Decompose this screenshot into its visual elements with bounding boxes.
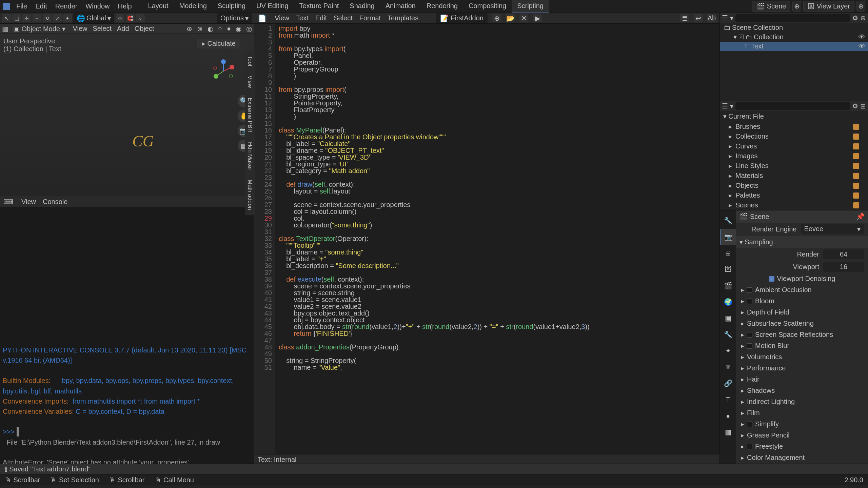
- prop-section-bloom[interactable]: ▸ Bloom: [736, 296, 868, 307]
- prop-section-subsurface-scattering[interactable]: ▸ Subsurface Scattering: [736, 318, 868, 329]
- prop-section-shadows[interactable]: ▸ Shadows: [736, 385, 868, 396]
- orientation-dropdown[interactable]: 🌐 Global ▾: [73, 13, 114, 23]
- prop-section-indirect-lighting[interactable]: ▸ Indirect Lighting: [736, 396, 868, 407]
- solid-shading-icon[interactable]: ●: [227, 25, 231, 33]
- code-content[interactable]: import bpyfrom math import * from bpy.ty…: [275, 24, 719, 454]
- data-cat-palettes[interactable]: ▸ Palettes: [720, 190, 868, 200]
- viewlayer-tab-icon[interactable]: 🖼: [720, 261, 736, 278]
- sampling-header[interactable]: ▾ Sampling: [736, 236, 868, 248]
- properties-breadcrumb[interactable]: 🎬 Scene 📌: [736, 210, 868, 223]
- viewport-3d[interactable]: User Perspective (1) Collection | Text ▸…: [0, 34, 254, 196]
- denoising-checkbox[interactable]: ✓: [769, 276, 774, 282]
- render-tab-icon[interactable]: 📷: [720, 229, 736, 245]
- options-icon[interactable]: ⊞: [860, 102, 866, 110]
- data-cat-curves[interactable]: ▸ Curves: [720, 141, 868, 151]
- select-tool-icon[interactable]: ⬚: [12, 14, 21, 22]
- pivot-icon[interactable]: ⊙: [116, 14, 124, 22]
- eye-icon[interactable]: 👁: [859, 42, 865, 50]
- object-tab-icon[interactable]: ▣: [720, 310, 736, 326]
- world-tab-icon[interactable]: 🌍: [720, 294, 736, 310]
- text-unlink-icon[interactable]: ✕: [519, 14, 528, 22]
- npanel-tab-math-addon[interactable]: Math addon: [245, 175, 255, 215]
- npanel-tab-extreme-pbr[interactable]: Extreme PBR: [245, 93, 255, 137]
- particle-tab-icon[interactable]: ✦: [720, 343, 736, 359]
- matprev-shading-icon[interactable]: ◉: [236, 25, 241, 33]
- run-script-icon[interactable]: ▶: [533, 14, 542, 22]
- render-engine-dropdown[interactable]: Eevee ▾: [801, 224, 864, 234]
- current-file-header[interactable]: ▾ Current File: [720, 111, 868, 122]
- workspace-uv-editing[interactable]: UV Editing: [251, 0, 294, 13]
- cursor3d-icon[interactable]: ✛: [22, 14, 31, 22]
- text-open-icon[interactable]: 📂: [506, 14, 515, 22]
- texture-tab-icon[interactable]: ▦: [720, 424, 736, 440]
- data-cat-line-styles[interactable]: ▸ Line Styles: [720, 161, 868, 171]
- te-menu-text[interactable]: Text: [293, 14, 312, 22]
- nav-gizmo[interactable]: [210, 58, 237, 85]
- workspace-layout[interactable]: Layout: [143, 0, 174, 13]
- display-mode-icon[interactable]: ▾: [730, 14, 733, 22]
- outliner-root[interactable]: 🗀Scene Collection: [720, 23, 868, 32]
- filter-icon[interactable]: ⚙: [852, 14, 858, 22]
- npanel-tab-hdri-maker[interactable]: Hdri Maker: [245, 137, 255, 175]
- physics-tab-icon[interactable]: ⚛: [720, 359, 736, 375]
- prop-section-performance[interactable]: ▸ Performance: [736, 363, 868, 374]
- prop-section-freestyle[interactable]: ▸ Freestyle: [736, 441, 868, 452]
- prop-section-simplify[interactable]: ▸ Simplify: [736, 419, 868, 430]
- proportional-icon[interactable]: ○: [136, 14, 145, 22]
- cursor-tool-icon[interactable]: ↖: [2, 14, 11, 22]
- text-object[interactable]: CG: [132, 132, 154, 150]
- prop-section-screen-space-reflections[interactable]: ▸ Screen Space Reflections: [736, 329, 868, 340]
- viewport-samples-input[interactable]: 16: [823, 262, 864, 272]
- viewport-menu-object[interactable]: Object: [132, 25, 157, 32]
- workspace-shading[interactable]: Shading: [344, 0, 380, 13]
- te-menu-view[interactable]: View: [271, 14, 293, 22]
- prop-section-grease-pencil[interactable]: ▸ Grease Pencil: [736, 430, 868, 441]
- workspace-rendering[interactable]: Rendering: [421, 0, 463, 13]
- word-wrap-icon[interactable]: ↩: [694, 14, 703, 22]
- viewlayer-selector[interactable]: 🖼 View Layer: [803, 1, 854, 12]
- editor-type-icon[interactable]: ☰: [722, 102, 728, 110]
- prop-section-motion-blur[interactable]: ▸ Motion Blur: [736, 340, 868, 351]
- pin-icon[interactable]: 📌: [856, 212, 865, 221]
- material-tab-icon[interactable]: ●: [720, 408, 736, 424]
- options-dropdown[interactable]: Options ▾: [217, 13, 252, 23]
- viewport-menu-select[interactable]: Select: [90, 25, 115, 32]
- scale-tool-icon[interactable]: ⤢: [53, 14, 62, 22]
- editor-type-icon[interactable]: ☰: [722, 14, 728, 22]
- console-menu-view[interactable]: View: [18, 198, 39, 205]
- data-cat-images[interactable]: ▸ Images: [720, 151, 868, 161]
- viewport-menu-view[interactable]: View: [70, 25, 90, 32]
- prop-section-depth-of-field[interactable]: ▸ Depth of Field: [736, 307, 868, 318]
- tool-tab-icon[interactable]: 🔧: [720, 212, 736, 229]
- console-menu-console[interactable]: Console: [39, 198, 71, 205]
- editor-type-icon[interactable]: ▦: [2, 25, 8, 33]
- mode-dropdown[interactable]: ▣ Object Mode ▾: [13, 25, 65, 33]
- rotate-tool-icon[interactable]: ⟲: [43, 14, 52, 22]
- te-menu-edit[interactable]: Edit: [312, 14, 330, 22]
- outliner-collection[interactable]: ▾ ✓ 🗀 Collection 👁: [720, 32, 868, 42]
- data-cat-objects[interactable]: ▸ Objects: [720, 181, 868, 190]
- snap-icon[interactable]: 🧲: [126, 14, 135, 22]
- data-cat-brushes[interactable]: ▸ Brushes: [720, 122, 868, 131]
- data-cat-collections[interactable]: ▸ Collections: [720, 131, 868, 141]
- render-samples-input[interactable]: 64: [823, 249, 864, 259]
- scene-tab-icon[interactable]: 🎬: [720, 278, 736, 294]
- text-datablock[interactable]: 📝 FirstAddon: [436, 13, 488, 23]
- prop-section-color-management[interactable]: ▸ Color Management: [736, 452, 868, 463]
- data-cat-scenes[interactable]: ▸ Scenes: [720, 200, 868, 210]
- te-menu-select[interactable]: Select: [330, 14, 356, 22]
- constraint-tab-icon[interactable]: 🔗: [720, 375, 736, 391]
- viewlayer-new-button[interactable]: ⊕: [856, 1, 865, 12]
- workspace-scripting[interactable]: Scripting: [512, 0, 549, 13]
- npanel-tab-view[interactable]: View: [245, 71, 255, 93]
- render-shading-icon[interactable]: ◎: [246, 25, 252, 33]
- transform-tool-icon[interactable]: ✦: [63, 14, 72, 22]
- collection-checkbox[interactable]: ✓: [739, 35, 744, 39]
- eye-icon[interactable]: 👁: [859, 33, 865, 41]
- editor-type-icon[interactable]: 📄: [258, 14, 267, 22]
- data-search[interactable]: [735, 102, 850, 110]
- menu-help[interactable]: Help: [114, 2, 136, 10]
- te-menu-templates[interactable]: Templates: [384, 14, 422, 22]
- blender-logo-icon[interactable]: [3, 3, 10, 10]
- npanel-tab-tool[interactable]: Tool: [245, 51, 255, 71]
